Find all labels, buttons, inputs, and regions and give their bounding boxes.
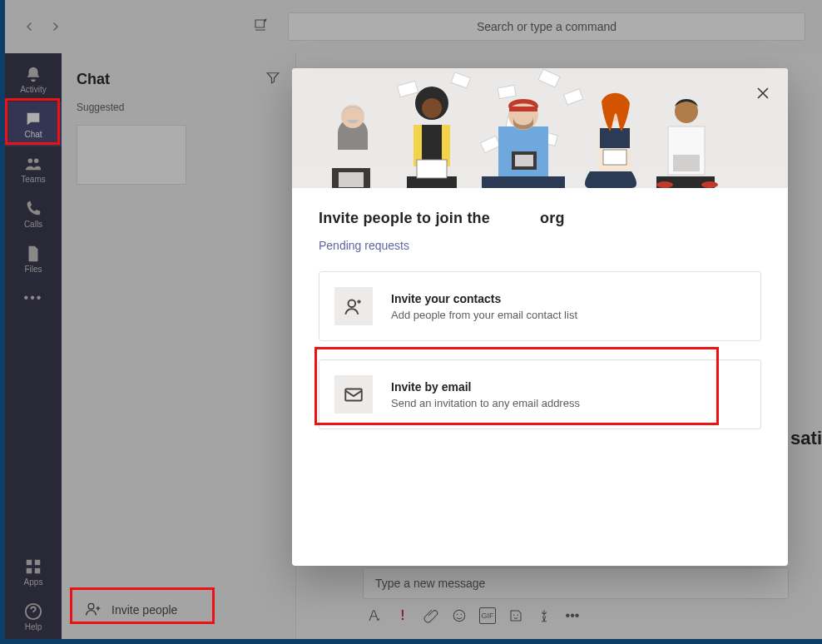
invite-contacts-card[interactable]: Invite your contacts Add people from you… — [319, 271, 761, 341]
illustration-people — [307, 68, 773, 188]
svg-rect-42 — [345, 389, 362, 401]
dialog-illustration — [292, 68, 788, 188]
contacts-icon — [334, 287, 373, 325]
svg-rect-14 — [451, 72, 470, 88]
dialog-title: Invite people to join theorg — [319, 210, 761, 227]
invite-contacts-title: Invite your contacts — [391, 292, 577, 305]
svg-rect-27 — [417, 160, 447, 178]
email-icon — [334, 375, 373, 414]
invite-email-subtitle: Send an invitation to any email address — [391, 397, 580, 409]
svg-rect-28 — [482, 176, 565, 188]
svg-rect-35 — [603, 150, 626, 165]
svg-point-40 — [701, 181, 718, 188]
svg-rect-38 — [673, 155, 700, 171]
invite-contacts-subtitle: Add people from your email contact list — [391, 309, 577, 321]
svg-rect-32 — [509, 107, 537, 111]
close-button[interactable] — [751, 82, 775, 105]
svg-rect-15 — [498, 85, 516, 98]
svg-rect-13 — [398, 81, 418, 97]
svg-point-41 — [349, 300, 356, 307]
svg-rect-30 — [515, 155, 533, 166]
svg-point-25 — [422, 98, 442, 118]
invite-email-title: Invite by email — [391, 380, 580, 394]
svg-rect-22 — [339, 172, 364, 187]
svg-rect-19 — [480, 136, 500, 152]
svg-rect-16 — [538, 69, 560, 87]
invite-people-dialog: Invite people to join theorg Pending req… — [292, 68, 788, 566]
svg-rect-17 — [564, 89, 583, 105]
svg-rect-33 — [600, 128, 630, 148]
svg-point-39 — [656, 181, 673, 188]
svg-point-23 — [341, 105, 364, 128]
pending-requests-link[interactable]: Pending requests — [319, 239, 409, 252]
invite-email-card[interactable]: Invite by email Send an invitation to an… — [319, 359, 761, 429]
